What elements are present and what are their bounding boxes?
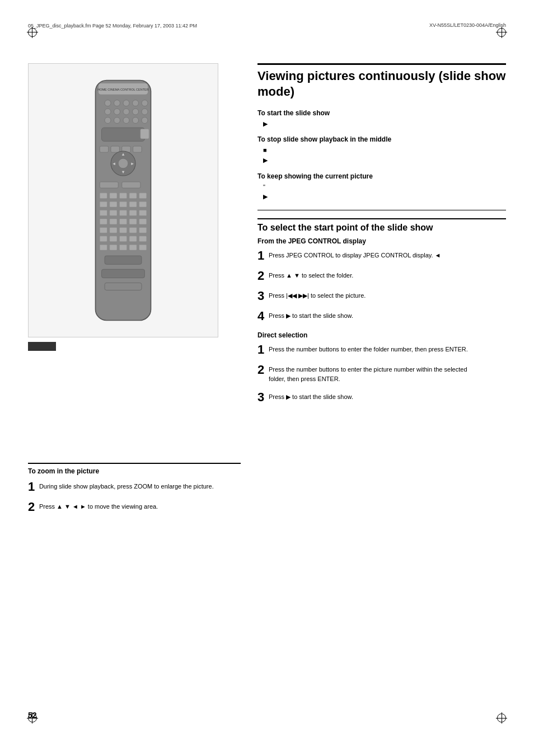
svg-rect-68 bbox=[102, 269, 145, 278]
subsection-keep-content: " ▶ bbox=[263, 182, 506, 202]
svg-rect-61 bbox=[139, 236, 147, 241]
svg-point-6 bbox=[133, 100, 139, 106]
corner-mark-tl bbox=[28, 28, 39, 39]
svg-point-3 bbox=[105, 100, 111, 106]
zoom-title: To zoom in the picture bbox=[28, 467, 241, 475]
svg-rect-31 bbox=[122, 182, 140, 188]
svg-rect-49 bbox=[119, 219, 127, 224]
from-jpeg-step-4: 4 Press ▶ to start the slide show. bbox=[257, 309, 506, 323]
svg-rect-52 bbox=[100, 227, 107, 233]
svg-rect-66 bbox=[139, 245, 147, 250]
svg-rect-59 bbox=[119, 236, 127, 241]
svg-rect-33 bbox=[110, 192, 117, 198]
svg-rect-55 bbox=[129, 227, 137, 233]
direct-step-3: 3 Press ▶ to start the slide show. bbox=[257, 390, 506, 405]
svg-rect-45 bbox=[129, 210, 137, 215]
svg-rect-65 bbox=[129, 245, 137, 250]
direct-selection-label: Direct selection bbox=[257, 331, 506, 339]
svg-rect-37 bbox=[100, 201, 107, 207]
from-jpeg-step-1-text: Press JPEG CONTROL to display JPEG CONTR… bbox=[269, 251, 441, 261]
direct-step-1-num: 1 bbox=[257, 342, 264, 357]
svg-rect-58 bbox=[110, 236, 117, 241]
from-jpeg-step-3: 3 Press |◀◀ ▶▶| to select the picture. bbox=[257, 289, 506, 303]
left-column: HOME CINEMA CONTROL CENTER bbox=[28, 63, 241, 520]
svg-rect-30 bbox=[100, 182, 118, 188]
remote-image: HOME CINEMA CONTROL CENTER bbox=[28, 63, 218, 337]
svg-rect-47 bbox=[100, 219, 107, 224]
svg-point-11 bbox=[133, 109, 139, 115]
subsection-stop-title: To stop slide show playback in the middl… bbox=[257, 135, 506, 143]
svg-rect-43 bbox=[110, 210, 117, 215]
svg-text:▲: ▲ bbox=[121, 151, 125, 156]
svg-point-5 bbox=[123, 100, 129, 106]
svg-rect-50 bbox=[129, 219, 137, 224]
subsection-keep-title: To keep showing the current picture bbox=[257, 172, 506, 180]
svg-text:◄: ◄ bbox=[112, 161, 116, 166]
stop-symbol-1: ■ bbox=[263, 145, 506, 156]
svg-rect-69 bbox=[105, 283, 142, 290]
svg-point-16 bbox=[133, 117, 139, 123]
page-container: 05_JPEG_disc_playback.fm Page 52 Monday,… bbox=[0, 0, 534, 756]
subsection-keep: To keep showing the current picture " ▶ bbox=[257, 172, 506, 202]
svg-point-14 bbox=[114, 117, 120, 123]
svg-text:▼: ▼ bbox=[121, 169, 125, 174]
svg-rect-67 bbox=[105, 256, 142, 264]
svg-rect-38 bbox=[110, 201, 117, 207]
direct-step-3-num: 3 bbox=[257, 390, 264, 405]
svg-point-7 bbox=[142, 100, 148, 106]
zoom-step-1-num: 1 bbox=[28, 480, 35, 494]
header: 05_JPEG_disc_playback.fm Page 52 Monday,… bbox=[28, 22, 506, 30]
zoom-step-1-text: During slide show playback, press ZOOM t… bbox=[39, 482, 214, 492]
from-jpeg-step-4-num: 4 bbox=[257, 309, 264, 323]
right-column: Viewing pictures continuously (slide sho… bbox=[252, 63, 506, 520]
svg-rect-46 bbox=[139, 210, 147, 215]
svg-rect-42 bbox=[100, 210, 107, 215]
svg-point-10 bbox=[123, 109, 129, 115]
svg-point-13 bbox=[105, 117, 111, 123]
subsection-stop: To stop slide show playback in the middl… bbox=[257, 135, 506, 165]
svg-rect-32 bbox=[100, 192, 107, 198]
from-jpeg-step-2-text: Press ▲ ▼ to select the folder. bbox=[269, 271, 353, 281]
direct-step-2-num: 2 bbox=[257, 363, 264, 377]
svg-rect-54 bbox=[119, 227, 127, 233]
svg-rect-44 bbox=[119, 210, 127, 215]
select-start-title: To select the start point of the slide s… bbox=[257, 218, 506, 233]
svg-rect-23 bbox=[133, 146, 142, 152]
zoom-step-2-text: Press ▲ ▼ ◄ ► to move the viewing area. bbox=[39, 502, 158, 512]
svg-text:►: ► bbox=[130, 161, 135, 166]
corner-mark-br bbox=[495, 711, 506, 722]
from-jpeg-step-2-num: 2 bbox=[257, 269, 264, 283]
header-model: XV-N55SL/LET0230-004A/English bbox=[429, 22, 506, 28]
svg-rect-56 bbox=[139, 227, 147, 233]
svg-rect-40 bbox=[129, 201, 137, 207]
svg-point-25 bbox=[118, 158, 128, 168]
svg-rect-35 bbox=[129, 192, 137, 198]
direct-step-2-text: Press the number buttons to enter the pi… bbox=[269, 365, 470, 384]
svg-rect-39 bbox=[119, 201, 127, 207]
svg-point-12 bbox=[142, 109, 148, 115]
subsection-stop-content: ■ ▶ bbox=[263, 145, 506, 165]
keep-symbol-1: " bbox=[263, 182, 506, 192]
section-title: Viewing pictures continuously (slide sho… bbox=[257, 63, 506, 100]
stop-symbol-2: ▶ bbox=[263, 156, 506, 166]
svg-rect-62 bbox=[100, 245, 107, 250]
keep-symbol-2: ▶ bbox=[263, 192, 506, 202]
color-bar bbox=[28, 342, 56, 351]
from-jpeg-step-3-text: Press |◀◀ ▶▶| to select the picture. bbox=[269, 291, 366, 301]
svg-rect-51 bbox=[139, 219, 147, 224]
svg-text:HOME CINEMA CONTROL CENTER: HOME CINEMA CONTROL CENTER bbox=[97, 88, 148, 91]
zoom-step-2: 2 Press ▲ ▼ ◄ ► to move the viewing area… bbox=[28, 500, 241, 514]
svg-rect-18 bbox=[102, 128, 145, 141]
svg-rect-48 bbox=[110, 219, 117, 224]
from-jpeg-step-1-num: 1 bbox=[257, 248, 264, 263]
direct-step-3-text: Press ▶ to start the slide show. bbox=[269, 392, 353, 402]
main-content: HOME CINEMA CONTROL CENTER bbox=[28, 63, 506, 520]
divider bbox=[257, 210, 506, 210]
direct-step-1: 1 Press the number buttons to enter the … bbox=[257, 342, 506, 357]
subsection-start-content: ▶ bbox=[263, 119, 506, 129]
start-symbol: ▶ bbox=[263, 120, 268, 127]
corner-mark-tr bbox=[495, 28, 506, 39]
svg-rect-64 bbox=[119, 245, 127, 250]
zoom-step-2-num: 2 bbox=[28, 500, 35, 514]
direct-step-2: 2 Press the number buttons to enter the … bbox=[257, 363, 506, 384]
